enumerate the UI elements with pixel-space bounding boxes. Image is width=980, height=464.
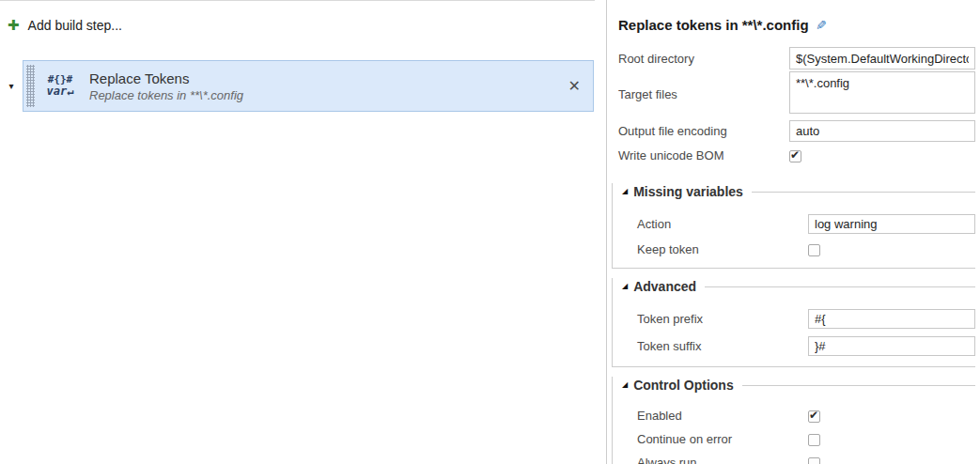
chevron-down-icon[interactable]: ▾: [0, 81, 23, 91]
section-rule: [742, 385, 975, 386]
build-definition-editor: ✚ Add build step... ▾ #{}# var↵ Replace …: [0, 0, 980, 464]
plus-icon: ✚: [8, 17, 20, 34]
field-row-root-directory: Root directory: [618, 47, 975, 70]
token-prefix-label: Token prefix: [637, 312, 808, 326]
panel-title-row: Replace tokens in **\*.config ✎: [618, 16, 975, 35]
section-advanced-header[interactable]: ◢ Advanced: [622, 278, 975, 294]
token-suffix-input[interactable]: [808, 336, 975, 356]
action-input[interactable]: [808, 214, 975, 234]
drag-handle-icon[interactable]: [26, 65, 35, 107]
enabled-checkbox[interactable]: [808, 410, 820, 423]
task-settings-panel: Replace tokens in **\*.config ✎ Root dir…: [606, 0, 980, 464]
section-missing-variables: ◢ Missing variables Action Keep token: [612, 183, 975, 269]
task-text: Replace Tokens Replace tokens in **\*.co…: [89, 70, 243, 102]
replace-tokens-task-icon: #{}# var↵: [40, 74, 80, 98]
section-rule: [752, 192, 975, 193]
section-advanced-body: Token prefix Token suffix: [637, 294, 975, 356]
add-build-step-label: Add build step...: [28, 16, 122, 35]
section-advanced: ◢ Advanced Token prefix Token suffix: [612, 278, 975, 367]
page-title: Replace tokens in **\*.config: [618, 16, 809, 35]
section-expanded-icon: ◢: [622, 283, 628, 290]
section-missing-variables-body: Action Keep token: [637, 199, 975, 257]
action-label: Action: [637, 217, 808, 231]
field-row-token-prefix: Token prefix: [637, 309, 975, 329]
continue-on-error-checkbox[interactable]: [808, 434, 820, 446]
root-directory-label: Root directory: [618, 52, 789, 66]
close-icon[interactable]: ✕: [568, 79, 581, 94]
keep-token-label: Keep token: [637, 242, 808, 256]
field-row-continue-on-error: Continue on error: [637, 431, 975, 447]
enabled-label: Enabled: [637, 409, 808, 423]
section-control-options: ◢ Control Options Enabled Continue on er…: [612, 377, 975, 464]
field-row-action: Action: [637, 214, 975, 234]
token-suffix-label: Token suffix: [637, 339, 808, 353]
always-run-checkbox[interactable]: [808, 457, 820, 464]
token-prefix-input[interactable]: [808, 309, 975, 329]
write-unicode-bom-checkbox[interactable]: [789, 150, 801, 162]
keep-token-checkbox[interactable]: [808, 244, 820, 256]
field-row-always-run: Always run: [637, 455, 975, 464]
section-missing-variables-title: Missing variables: [633, 184, 743, 199]
field-row-enabled: Enabled: [637, 408, 975, 424]
task-subtitle: Replace tokens in **\*.config: [89, 88, 243, 102]
section-advanced-title: Advanced: [633, 279, 696, 294]
task-icon-line2: var↵: [40, 85, 80, 98]
section-rule: [705, 286, 975, 287]
build-step-row: ▾ #{}# var↵ Replace Tokens Replace token…: [0, 60, 595, 112]
section-expanded-icon: ◢: [622, 188, 628, 195]
always-run-label: Always run: [637, 456, 808, 464]
field-row-target-files: Target files **\*.config: [618, 71, 975, 117]
task-title: Replace Tokens: [89, 70, 243, 86]
build-steps-panel: ✚ Add build step... ▾ #{}# var↵ Replace …: [0, 0, 595, 464]
add-build-step-button[interactable]: ✚ Add build step...: [0, 1, 595, 35]
continue-on-error-label: Continue on error: [637, 432, 808, 446]
section-control-options-body: Enabled Continue on error Always run: [637, 393, 975, 464]
target-files-label: Target files: [618, 87, 789, 101]
output-file-encoding-input[interactable]: [789, 120, 975, 142]
edit-pencil-icon[interactable]: ✎: [816, 18, 827, 33]
section-control-options-header[interactable]: ◢ Control Options: [622, 377, 975, 393]
target-files-textarea[interactable]: **\*.config: [789, 71, 975, 114]
field-row-output-file-encoding: Output file encoding: [618, 120, 975, 142]
build-step-card-replace-tokens[interactable]: #{}# var↵ Replace Tokens Replace tokens …: [23, 60, 594, 112]
section-missing-variables-header[interactable]: ◢ Missing variables: [622, 183, 975, 199]
field-row-token-suffix: Token suffix: [637, 336, 975, 356]
section-expanded-icon: ◢: [622, 381, 628, 389]
field-row-keep-token: Keep token: [637, 241, 975, 257]
root-directory-input[interactable]: [789, 47, 975, 70]
output-file-encoding-label: Output file encoding: [618, 124, 789, 138]
write-unicode-bom-label: Write unicode BOM: [618, 148, 789, 162]
field-row-write-unicode-bom: Write unicode BOM: [618, 148, 975, 162]
section-control-options-title: Control Options: [633, 378, 734, 393]
